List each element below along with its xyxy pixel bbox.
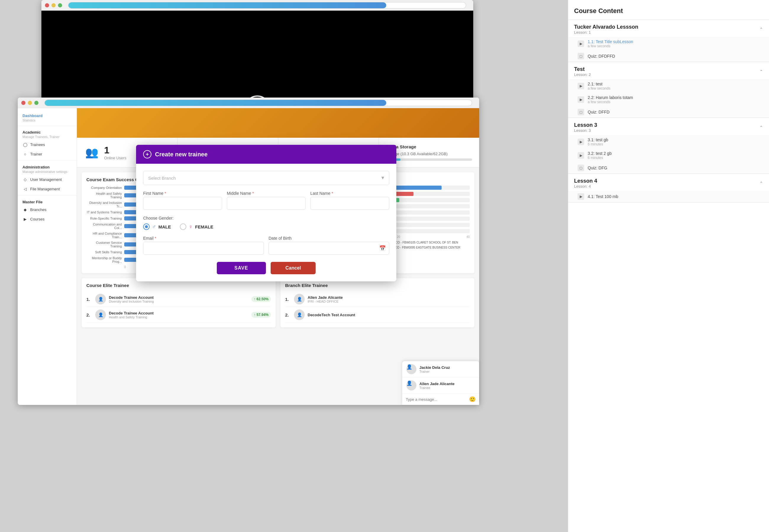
chart-bar-label-4: IT and Systems Training bbox=[86, 210, 122, 214]
lesson-item-4-1: ▶ 4.1: Test 100 mb bbox=[568, 191, 769, 202]
modal-header: + Create new trainee bbox=[136, 145, 396, 164]
quiz-item-3-1: ▢ Quiz: DFG bbox=[568, 162, 769, 173]
lesson-title-4: Lesson 4 bbox=[574, 178, 597, 184]
sidebar-divider-1 bbox=[18, 126, 77, 126]
main-close-dot[interactable] bbox=[21, 101, 25, 105]
male-radio[interactable] bbox=[143, 223, 150, 230]
branch-elite-card: Branch Elite Trainee 1. 👤 Allen Jade Ali… bbox=[280, 278, 475, 327]
first-name-input[interactable] bbox=[143, 197, 222, 210]
lesson-header-2[interactable]: Test Lesson: 2 ⌃ bbox=[568, 62, 769, 79]
sidebar: Dashboard Statistics Academic Manage Tra… bbox=[18, 108, 77, 405]
first-name-required: * bbox=[164, 191, 166, 196]
chart-bar-label-8: Customer Service Training bbox=[86, 241, 122, 248]
course-content-header: Course Content bbox=[568, 0, 769, 20]
modal-title: Create new trainee bbox=[155, 151, 208, 158]
last-name-input[interactable] bbox=[310, 197, 389, 210]
modal-plus-icon: + bbox=[143, 150, 151, 158]
quiz-label-2-1[interactable]: Quiz: DFFD bbox=[588, 110, 763, 114]
lesson-item-label-1-1[interactable]: 1.1: Test Title subLesson bbox=[588, 39, 763, 44]
dashboard-banner bbox=[77, 108, 479, 138]
minimize-dot[interactable] bbox=[51, 3, 56, 7]
gender-options: ♂ MALE ♀ FEMALE bbox=[143, 223, 389, 230]
branch-elite-rank-2: 2. bbox=[285, 312, 291, 317]
chart-bar-label-6: Communication and Col... bbox=[86, 223, 122, 230]
save-button[interactable]: SAVE bbox=[217, 262, 266, 274]
modal-name-row: First Name * Middle Name * Last Name * bbox=[143, 191, 389, 210]
last-name-required: * bbox=[331, 191, 333, 196]
courses-icon: ▶ bbox=[22, 216, 28, 222]
chart-bar-label-7: HR and Compliance Train... bbox=[86, 232, 122, 239]
dashboard-nav-item[interactable]: Dashboard bbox=[18, 111, 77, 119]
lesson-item-label-3-1[interactable]: 3.1: test gb bbox=[588, 137, 763, 142]
cancel-button[interactable]: Cancel bbox=[271, 262, 315, 274]
elite-row: Course Elite Trainee 1. 👤 Decode Trainee… bbox=[77, 278, 479, 332]
elite-sub-2: Health and Safety Training bbox=[109, 315, 248, 319]
chart-bar-label-2: Health and Safety Training bbox=[86, 192, 122, 199]
chevron-up-icon-3: ⌃ bbox=[760, 125, 763, 130]
main-minimize-dot[interactable] bbox=[28, 101, 32, 105]
media-storage-title: Media Storage bbox=[386, 144, 472, 149]
chart-bar-label-3: Diversity and Inclusion Tr... bbox=[86, 201, 122, 208]
lesson-header-1[interactable]: Tucker Alvarado Lessson Lesson: 1 ⌃ bbox=[568, 20, 769, 37]
lesson-item-2-1: ▶ 2.1: test a few seconds bbox=[568, 79, 769, 93]
branch-elite-item-2: 2. 👤 DecodeTech Test Account bbox=[285, 307, 470, 323]
video-titlebar bbox=[41, 0, 473, 11]
modal-body: Select Branch ▼ First Name * Middle Name… bbox=[136, 164, 396, 281]
lesson-header-4[interactable]: Lesson 4 Lesson: 4 ⌃ bbox=[568, 174, 769, 191]
quiz-label-1-1[interactable]: Quiz: DFDFFD bbox=[588, 54, 763, 59]
female-gender-icon: ♀ bbox=[189, 224, 193, 230]
video-icon-2: ▶ bbox=[578, 83, 584, 89]
lesson-group-4: Lesson 4 Lesson: 4 ⌃ ▶ 4.1: Test 100 mb bbox=[568, 174, 769, 202]
video-icon: ▶ bbox=[578, 40, 584, 47]
sidebar-item-branches[interactable]: ◆ Branches bbox=[18, 205, 77, 214]
legend-item-3: CO - FBW0105 CLARET SCHOOL OF ST. BEN bbox=[391, 241, 458, 244]
maximize-dot[interactable] bbox=[58, 3, 62, 7]
elite-avatar-1: 👤 bbox=[95, 294, 106, 304]
lesson-item-label-4-1[interactable]: 4.1: Test 100 mb bbox=[588, 194, 763, 199]
branch-elite-avatar-2: 👤 bbox=[294, 309, 305, 320]
calendar-icon: 📅 bbox=[379, 245, 386, 252]
lesson-item-label-3-2[interactable]: 3.2: test 2 gb bbox=[588, 151, 763, 156]
first-name-label: First Name * bbox=[143, 191, 222, 196]
sidebar-item-trainer[interactable]: ○ Trainer bbox=[18, 149, 77, 159]
chevron-up-icon-4: ⌃ bbox=[760, 181, 763, 186]
elite-name-1: Decode Trainee Account bbox=[109, 295, 248, 300]
middle-name-input[interactable] bbox=[227, 197, 306, 210]
branch-elite-name-1: Allen Jade Alicante bbox=[307, 295, 470, 300]
female-radio[interactable] bbox=[180, 223, 186, 230]
sidebar-item-courses[interactable]: ▶ Courses bbox=[18, 214, 77, 224]
lesson-item-label-2-2[interactable]: 2.2: Harum laboris totam bbox=[588, 95, 763, 100]
close-dot[interactable] bbox=[45, 3, 49, 7]
lesson-item-time-3-2: 6 minutes bbox=[588, 156, 763, 160]
gender-male-option[interactable]: ♂ MALE bbox=[143, 223, 171, 230]
gender-female-option[interactable]: ♀ FEMALE bbox=[180, 223, 213, 230]
lesson-header-3[interactable]: Lesson 3 Lesson: 3 ⌃ bbox=[568, 118, 769, 135]
select-branch-dropdown[interactable]: Select Branch bbox=[143, 171, 389, 185]
email-input[interactable] bbox=[143, 242, 264, 255]
dob-input[interactable] bbox=[268, 242, 389, 255]
sidebar-item-file-management[interactable]: ◁ File Management bbox=[18, 184, 77, 194]
last-name-label: Last Name * bbox=[310, 191, 389, 196]
branch-elite-item-1: 1. 👤 Allen Jade Alicante IFRI - HEAD OFF… bbox=[285, 291, 470, 307]
master-file-group-label: Master File bbox=[18, 197, 77, 205]
male-gender-icon: ♂ bbox=[152, 224, 156, 230]
elite-rank-1: 1. bbox=[86, 297, 92, 302]
lesson-item-3-2: ▶ 3.2: test 2 gb 6 minutes bbox=[568, 149, 769, 162]
email-label: Email * bbox=[143, 236, 264, 241]
legend-item-6: CO - FBW0095 EASTGATE BUSINESS CENTER bbox=[391, 246, 460, 249]
middle-name-label: Middle Name * bbox=[227, 191, 306, 196]
dob-label: Date of Birth bbox=[268, 236, 389, 241]
middle-name-field: Middle Name * bbox=[227, 191, 306, 210]
main-maximize-dot[interactable] bbox=[34, 101, 38, 105]
sidebar-item-user-management[interactable]: ◇ User Management bbox=[18, 175, 77, 184]
lesson-item-label-2-1[interactable]: 2.1: test bbox=[588, 82, 763, 86]
branch-elite-avatar-1: 👤 bbox=[294, 294, 305, 304]
lesson-item-2-2: ▶ 2.2: Harum laboris totam a few seconds bbox=[568, 93, 769, 106]
circle-icon: ◯ bbox=[22, 142, 28, 147]
sidebar-item-trainees[interactable]: ◯ Trainees bbox=[18, 140, 77, 149]
course-content-title: Course Content bbox=[574, 7, 763, 15]
trainees-label: Trainees bbox=[30, 142, 45, 147]
sidebar-divider-2 bbox=[18, 160, 77, 161]
quiz-label-3-1[interactable]: Quiz: DFG bbox=[588, 166, 763, 170]
video-icon-4: ▶ bbox=[578, 139, 584, 145]
